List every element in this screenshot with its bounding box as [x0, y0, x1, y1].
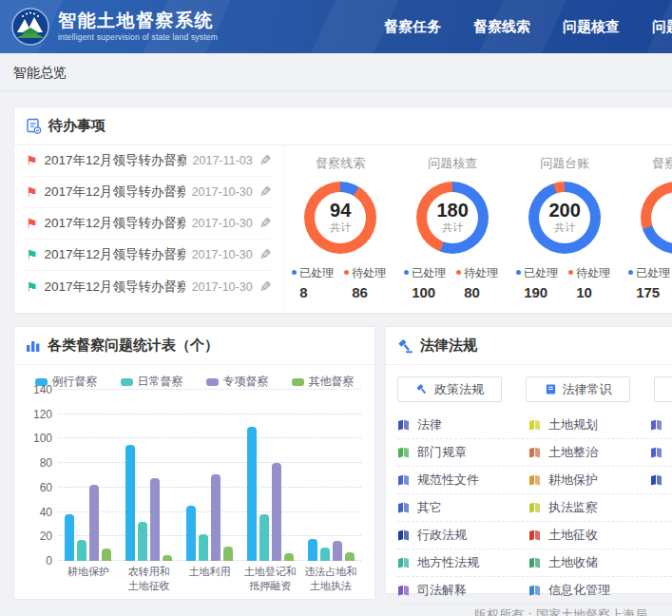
book-icon: [528, 474, 541, 486]
bar-chart-icon: [26, 338, 41, 353]
bar-其他督察[interactable]: [284, 553, 294, 561]
law-item[interactable]: 土地整治: [528, 444, 650, 461]
kpi-legend: 已处理8待处理86: [284, 265, 396, 300]
legend-item[interactable]: 专项督察: [206, 374, 269, 390]
laws-panel: 法律法规 政策法规法律常识 法律土地规划部门规章土地整治规范性文件耕地保护其它执…: [385, 326, 672, 594]
law-item[interactable]: 其它: [397, 499, 528, 516]
bar-例行督察[interactable]: [65, 514, 74, 561]
legend-label: 其他督察: [309, 374, 355, 390]
bar-日常督察[interactable]: [138, 522, 147, 561]
bar-其他督察[interactable]: [345, 552, 355, 561]
law-item[interactable]: 部门规章: [397, 444, 528, 461]
legend-item[interactable]: 其他督察: [292, 374, 355, 390]
law-item[interactable]: 耕地保护: [528, 472, 650, 489]
law-item-label: 土地规划: [548, 416, 598, 433]
law-item-label: 法律: [417, 416, 442, 433]
kpi-processed: 已处理100: [404, 265, 456, 300]
bar-日常督察[interactable]: [199, 534, 208, 561]
bar-其他督察[interactable]: [223, 547, 233, 561]
law-button-2[interactable]: 法律常识: [526, 376, 630, 402]
main-nav: 督察任务督察线索问题核查问题台账: [384, 0, 672, 53]
kpi-total-value: 200: [549, 201, 581, 221]
todo-panel-header: 待办事项: [14, 107, 672, 145]
law-button-label: 法律常识: [563, 381, 612, 398]
todo-item-title: 2017年12月领导转办督察线索: [45, 215, 185, 232]
edit-icon[interactable]: ✎: [259, 183, 272, 201]
kpi-pending: 待处理80: [456, 265, 509, 300]
bar-日常督察[interactable]: [259, 514, 269, 561]
bar-groups: [58, 427, 361, 561]
legend-dot: [516, 270, 521, 275]
law-item-label: 地方性法规: [417, 554, 479, 571]
bar-专项督察[interactable]: [333, 541, 342, 561]
book-icon: [397, 502, 410, 513]
chart-legend: 例行督察日常督察专项督察其他督察: [14, 374, 374, 390]
law-item[interactable]: 法律: [397, 416, 528, 433]
todo-panel-title: 待办事项: [48, 117, 106, 135]
nav-item-2[interactable]: 督察线索: [473, 18, 530, 36]
book-icon: [397, 419, 410, 431]
law-item[interactable]: [650, 447, 670, 458]
bar-其他督察[interactable]: [102, 549, 111, 561]
x-axis-label: 农转用和 土地征收: [119, 565, 180, 593]
legend-item[interactable]: 日常督察: [121, 374, 183, 390]
law-item[interactable]: 规范性文件: [397, 472, 528, 489]
book-icon: [528, 419, 541, 431]
law-item-label: 耕地保护: [548, 472, 598, 489]
todo-row: ⚑2017年12月领导转办督察线索2017-10-30✎: [26, 208, 271, 240]
flag-icon: ⚑: [26, 154, 38, 167]
nav-item-3[interactable]: 问题核查: [563, 18, 620, 36]
law-item[interactable]: 行政法规: [397, 527, 528, 544]
law-item[interactable]: 司法解释: [397, 582, 528, 599]
bar-例行督察[interactable]: [186, 506, 196, 561]
bar-例行督察[interactable]: [247, 427, 257, 561]
bar-专项督察[interactable]: [211, 474, 221, 561]
kpi-block: 问题台账200共计已处理190待处理10: [509, 155, 621, 314]
kpi-processed-label: 已处理: [404, 265, 456, 281]
laws-panel-title: 法律法规: [420, 337, 477, 355]
edit-icon[interactable]: ✎: [259, 152, 272, 169]
book-icon: [650, 474, 662, 486]
law-button-1[interactable]: 政策法规: [397, 376, 502, 402]
law-button-3[interactable]: [654, 376, 672, 402]
legend-swatch: [206, 378, 219, 386]
edit-icon[interactable]: ✎: [259, 246, 272, 263]
book-icon: [650, 419, 662, 431]
bar-专项督察[interactable]: [89, 485, 99, 561]
flag-icon: ⚑: [26, 185, 38, 199]
app-subtitle: intelligent supervision of state land sy…: [58, 32, 218, 42]
legend-dot: [344, 270, 349, 275]
nav-item-1[interactable]: 督察任务: [384, 18, 441, 36]
kpi-total-value: 180: [437, 201, 469, 221]
bar-其他督察[interactable]: [163, 555, 172, 561]
y-axis-tick: 140: [24, 383, 52, 396]
y-axis-tick: 40: [24, 506, 52, 519]
kpi-donut-center: 200共计: [528, 182, 601, 254]
book-icon: [528, 585, 541, 596]
book-icon: [528, 529, 541, 541]
law-item[interactable]: [650, 474, 670, 486]
kpi-pending-label: 待处理: [456, 265, 509, 281]
law-item[interactable]: 地方性法规: [397, 554, 528, 571]
law-item[interactable]: [650, 419, 670, 431]
chart-panel-title: 各类督察问题统计表（个）: [48, 337, 219, 355]
law-item[interactable]: 土地收储: [528, 554, 650, 571]
bar-专项督察[interactable]: [150, 478, 160, 561]
bar-例行督察[interactable]: [125, 445, 135, 561]
law-item[interactable]: 信息化管理: [528, 582, 650, 599]
edit-icon[interactable]: ✎: [259, 215, 272, 232]
law-item[interactable]: 执法监察: [528, 499, 650, 516]
bar-日常督察[interactable]: [320, 548, 330, 561]
bar-日常督察[interactable]: [77, 540, 86, 561]
bar-例行督察[interactable]: [308, 539, 317, 561]
law-item[interactable]: 土地规划: [528, 416, 650, 433]
edit-icon[interactable]: ✎: [259, 279, 272, 296]
nav-item-4[interactable]: 问题台账: [652, 18, 672, 36]
law-item[interactable]: 土地征收: [528, 527, 650, 544]
kpi-donuts: 督察线索94共计已处理8待处理86问题核查180共计已处理100待处理80问题台…: [284, 145, 672, 314]
todo-item-title: 2017年12月领导转办督察线索: [45, 246, 185, 263]
bar-专项督察[interactable]: [272, 463, 281, 561]
bar-group: [247, 427, 294, 561]
book-icon: [528, 502, 541, 513]
law-row: 规范性文件耕地保护: [397, 467, 672, 494]
